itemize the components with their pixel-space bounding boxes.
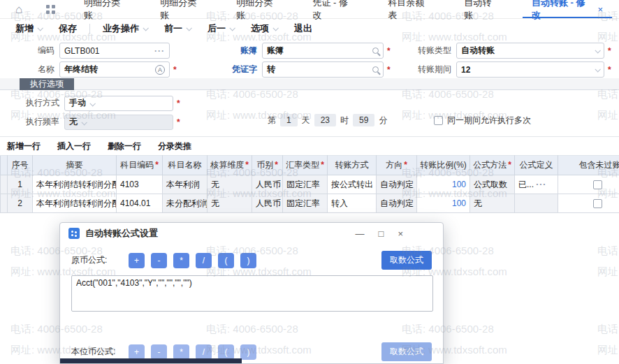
tab-detail-ledger-2[interactable]: 明细分类账 [144,0,220,18]
exit-button[interactable]: 退出 [289,20,318,37]
transfer-type-select[interactable]: 自动转账 [456,43,604,59]
more-icon[interactable]: ··· [536,180,546,189]
account-name-cell[interactable]: 未分配利润 [163,194,207,213]
formula-def-cell[interactable]: 已... ··· [515,175,558,194]
col-seq[interactable]: 序号 [8,156,33,175]
direction-cell[interactable]: 自动判定 [377,175,417,194]
exec-method-select[interactable]: 手动 [64,96,173,111]
business-ops-button[interactable]: 业务操作 [97,20,153,37]
day-input[interactable]: 1 [280,114,298,126]
tab-account-balance[interactable]: 科目余额表 [372,0,448,18]
dialog-titlebar[interactable]: 自动转账公式设置 — □ × [60,223,443,244]
col-transfer-method[interactable]: 转账方式 [328,156,377,175]
minimize-icon[interactable]: — [356,228,365,239]
col-ratio[interactable]: 转账比例(%) [417,156,470,175]
col-summary[interactable]: 摘要 [33,156,117,175]
col-account-code[interactable]: 科目编码* [117,156,163,175]
include-unposted-checkbox[interactable] [593,199,602,208]
row-selector[interactable] [1,175,8,194]
tab-voucher-edit[interactable]: 凭证 - 修改 [296,0,372,18]
direction-cell[interactable]: 自动判定 [377,194,417,213]
search-icon[interactable] [372,66,379,73]
insert-row-button[interactable]: 插入一行 [57,140,91,152]
rate-type-cell[interactable]: 固定汇率 [283,175,328,194]
plus-operator-button[interactable]: + [129,253,145,268]
formula-def-cell[interactable] [515,194,558,213]
apps-grid-icon[interactable] [46,5,55,14]
rate-type-cell[interactable]: 固定汇率 [283,194,328,213]
save-button[interactable]: 保存 [53,20,82,37]
exec-frequency-select[interactable]: 无 [64,115,173,130]
fetch-formula-button[interactable]: 取数公式 [381,251,432,270]
minus-operator-button[interactable]: - [151,253,167,268]
account-code-cell[interactable]: 4104.01 [117,194,163,213]
transfer-method-cell[interactable]: 转入 [328,194,377,213]
options-button[interactable]: 选项 [245,20,283,37]
col-direction[interactable]: 方向* [377,156,417,175]
col-include-unposted[interactable]: 包含未过账 [558,156,619,175]
previous-button[interactable]: 前一 [159,20,196,37]
tab-auto-transfer[interactable]: 自动转账 [448,0,516,18]
seq-cell[interactable]: 2 [8,194,33,213]
account-code-cell[interactable]: 4103 [117,175,163,194]
tab-detail-ledger-1[interactable]: 明细分类账 [68,0,144,18]
original-formula-textarea[interactable]: Acct("001","4103","Y","","","","") [71,275,433,312]
transfer-method-cell[interactable]: 按公式转出 [328,175,377,194]
include-unposted-checkbox[interactable] [593,180,602,189]
multiply-operator-button[interactable]: * [173,344,189,360]
col-formula-def[interactable]: 公式定义 [515,156,558,175]
code-input[interactable]: GLTB001 ··· [59,43,170,59]
voucher-word-input[interactable]: 转 [262,61,384,78]
name-input[interactable]: 年终结转 A [59,61,170,78]
formula-method-cell[interactable]: 公式取数 [470,175,515,194]
close-tab-icon[interactable]: × [597,4,603,15]
hour-input[interactable]: 23 [314,114,336,126]
fetch-formula-button-disabled[interactable]: 取数公式 [381,342,432,361]
summary-cell[interactable]: 本年利润结转利润分配 [33,175,117,194]
close-paren-button[interactable]: ) [240,344,256,360]
tab-auto-transfer-edit[interactable]: 自动转账 - 修改 × [516,0,619,18]
dimension-cell[interactable]: 无 [207,194,252,213]
close-icon[interactable]: × [398,228,403,239]
plus-operator-button[interactable]: + [129,344,145,360]
dimension-cell[interactable]: 无 [207,175,252,194]
language-icon[interactable]: A [155,65,165,75]
transfer-period-select[interactable]: 12 [456,61,604,78]
open-paren-button[interactable]: ( [218,344,234,360]
row-selector[interactable] [1,194,8,213]
open-paren-button[interactable]: ( [218,253,234,268]
search-icon[interactable] [372,48,379,54]
new-button[interactable]: 新增 [10,20,48,37]
ratio-cell[interactable]: 100 [417,194,470,213]
multiply-operator-button[interactable]: * [173,253,189,268]
multi-exec-checkbox[interactable] [434,116,443,125]
divide-operator-button[interactable]: / [196,344,212,360]
add-row-button[interactable]: 新增一行 [7,140,41,152]
minus-operator-button[interactable]: - [151,344,167,360]
tab-detail-ledger-3[interactable]: 明细分类账 [220,0,296,18]
col-rate-type[interactable]: 汇率类型* [283,156,328,175]
col-account-name[interactable]: 科目名称 [163,156,207,175]
ratio-cell[interactable]: 100 [417,175,470,194]
transfer-type-label: 转账类型 [395,45,451,57]
col-dimension[interactable]: 核算维度* [207,156,252,175]
close-paren-button[interactable]: ) [240,253,256,268]
seq-cell[interactable]: 1 [8,175,33,194]
col-currency[interactable]: 币别* [252,156,283,175]
exec-method-label: 执行方式 [0,97,59,109]
currency-cell[interactable]: 人民币 [252,175,283,194]
maximize-icon[interactable]: □ [379,228,384,239]
next-button[interactable]: 后一 [202,20,240,37]
summary-cell[interactable]: 本年利润结转利润分配 [33,194,117,213]
divide-operator-button[interactable]: / [196,253,212,268]
currency-cell[interactable]: 人民币 [252,194,283,213]
formula-method-cell[interactable]: 无 [470,194,515,213]
col-formula-method[interactable]: 公式方法* [470,156,515,175]
more-icon[interactable]: ··· [154,43,165,58]
home-icon[interactable]: ⌂ [15,3,22,15]
entry-analogy-button[interactable]: 分录类推 [158,140,191,152]
minute-input[interactable]: 59 [353,114,374,126]
delete-row-button[interactable]: 删除一行 [108,140,141,152]
book-input[interactable]: 账簿 [262,43,384,59]
account-name-cell[interactable]: 本年利润 [163,175,207,194]
